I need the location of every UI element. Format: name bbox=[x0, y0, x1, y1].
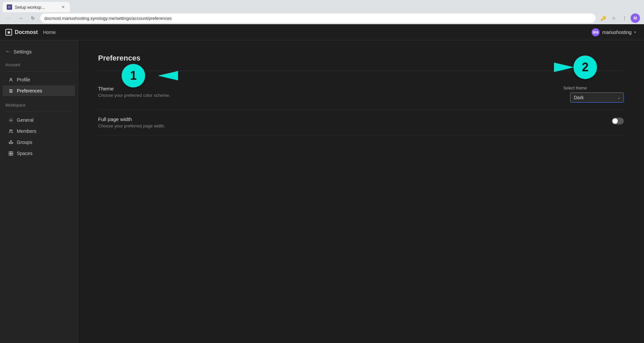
theme-info: Theme Choose your preferred color scheme… bbox=[98, 86, 563, 98]
tab-favicon: D bbox=[7, 4, 12, 10]
theme-select-wrapper: Dark Light System bbox=[570, 92, 624, 103]
browser-tabs: D Setup worksp... ✕ bbox=[0, 0, 644, 12]
forward-button[interactable]: → bbox=[16, 13, 26, 23]
svg-point-5 bbox=[9, 129, 11, 131]
browser-tab-active[interactable]: D Setup worksp... ✕ bbox=[3, 2, 70, 12]
account-divider bbox=[5, 71, 72, 72]
sidebar-item-groups[interactable]: Groups bbox=[3, 137, 75, 148]
address-text: docmost.mariushosting.synology.me/settin… bbox=[44, 16, 172, 21]
theme-description: Choose your preferred color scheme. bbox=[98, 93, 563, 98]
toolbar-right: 🔑 ☆ ⋮ M bbox=[598, 13, 640, 23]
page-title: Preferences bbox=[98, 54, 624, 63]
sidebar-item-preferences[interactable]: Preferences bbox=[3, 85, 75, 96]
address-bar[interactable]: docmost.mariushosting.synology.me/settin… bbox=[40, 13, 596, 23]
svg-point-9 bbox=[12, 142, 13, 143]
sidebar-item-profile[interactable]: Profile bbox=[3, 74, 75, 85]
workspace-divider bbox=[5, 112, 72, 112]
tab-title: Setup worksp... bbox=[15, 5, 45, 10]
profile-label: Profile bbox=[17, 77, 30, 82]
spaces-label: Spaces bbox=[17, 151, 33, 156]
members-label: Members bbox=[17, 128, 36, 134]
preferences-label: Preferences bbox=[17, 88, 42, 93]
app-header: ▣ Docmost Home MA mariushosting ▾ bbox=[0, 24, 644, 40]
content-divider bbox=[98, 71, 624, 71]
sidebar-item-spaces[interactable]: Spaces bbox=[3, 148, 75, 159]
fullwidth-info: Full page width Choose your preferred pa… bbox=[98, 116, 563, 128]
chevron-down-icon: ▾ bbox=[634, 30, 636, 34]
svg-rect-10 bbox=[9, 151, 10, 153]
svg-point-4 bbox=[10, 119, 11, 121]
fullwidth-label: Full page width bbox=[98, 116, 563, 122]
preferences-section: Theme Choose your preferred color scheme… bbox=[98, 79, 624, 136]
app-logo-text: Docmost bbox=[15, 29, 38, 35]
header-right: MA mariushosting ▾ bbox=[589, 27, 639, 38]
toggle-thumb bbox=[612, 118, 618, 124]
reload-button[interactable]: ↻ bbox=[28, 13, 38, 23]
fullwidth-description: Choose your preferred page width. bbox=[98, 123, 563, 128]
browser-toolbar: ← → ↻ docmost.mariushosting.synology.me/… bbox=[0, 12, 644, 24]
home-nav-item[interactable]: Home bbox=[43, 30, 55, 35]
back-arrow-icon: ← bbox=[5, 48, 11, 54]
user-name: mariushosting bbox=[602, 30, 632, 35]
svg-point-8 bbox=[9, 142, 10, 143]
svg-rect-11 bbox=[11, 151, 13, 153]
settings-back-button[interactable]: ← Settings bbox=[0, 46, 78, 57]
back-button[interactable]: ← bbox=[4, 13, 13, 23]
user-menu-button[interactable]: MA mariushosting ▾ bbox=[589, 27, 639, 38]
svg-point-7 bbox=[10, 140, 11, 142]
menu-icon[interactable]: ⋮ bbox=[620, 13, 629, 23]
content-area: Preferences Theme Choose your preferred … bbox=[78, 40, 644, 343]
spaces-icon bbox=[8, 151, 13, 156]
svg-point-0 bbox=[10, 78, 12, 80]
browser-chrome: D Setup worksp... ✕ ← → ↻ docmost.marius… bbox=[0, 0, 644, 24]
select-theme-label: Select theme bbox=[563, 86, 587, 90]
svg-point-2 bbox=[11, 90, 12, 91]
groups-label: Groups bbox=[17, 140, 32, 145]
theme-select[interactable]: Dark Light System bbox=[570, 92, 624, 103]
fullwidth-row: Full page width Choose your preferred pa… bbox=[98, 110, 624, 136]
sidebar-item-members[interactable]: Members bbox=[3, 126, 75, 137]
settings-sidebar: ← Settings Account Profile bbox=[0, 40, 78, 343]
theme-label: Theme bbox=[98, 86, 563, 91]
fullwidth-toggle[interactable] bbox=[612, 118, 624, 124]
gear-icon bbox=[8, 117, 13, 123]
settings-back-label: Settings bbox=[13, 49, 32, 54]
tab-close-button[interactable]: ✕ bbox=[60, 4, 66, 10]
person-icon bbox=[8, 77, 13, 82]
svg-rect-12 bbox=[9, 154, 10, 155]
bookmark-icon[interactable]: ☆ bbox=[609, 13, 618, 23]
people-icon bbox=[8, 128, 13, 134]
app: ▣ Docmost Home MA mariushosting ▾ ← Sett… bbox=[0, 24, 644, 343]
user-avatar: MA bbox=[592, 28, 600, 36]
sliders-icon bbox=[8, 88, 13, 93]
svg-point-6 bbox=[11, 130, 12, 131]
app-logo: ▣ Docmost bbox=[5, 29, 38, 36]
fullwidth-control bbox=[563, 116, 624, 124]
svg-rect-13 bbox=[11, 154, 13, 155]
workspace-section-label: Workspace bbox=[0, 100, 78, 109]
theme-row: Theme Choose your preferred color scheme… bbox=[98, 79, 624, 110]
app-logo-icon: ▣ bbox=[5, 29, 12, 36]
general-label: General bbox=[17, 117, 34, 123]
theme-control: Select theme Dark Light System bbox=[563, 86, 624, 103]
main-layout: ← Settings Account Profile bbox=[0, 40, 644, 343]
svg-point-1 bbox=[9, 89, 10, 90]
sidebar-item-general[interactable]: General bbox=[3, 115, 75, 125]
browser-profile[interactable]: M bbox=[631, 13, 640, 23]
account-section-label: Account bbox=[0, 60, 78, 69]
groups-icon bbox=[8, 140, 13, 145]
svg-point-3 bbox=[10, 92, 11, 93]
key-icon: 🔑 bbox=[598, 13, 608, 23]
